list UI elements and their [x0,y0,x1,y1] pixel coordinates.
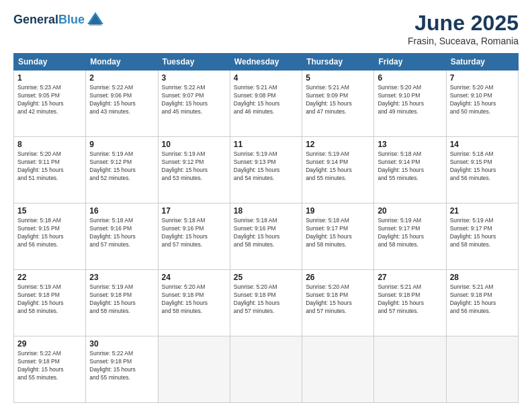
day-info: Sunrise: 5:18 AM Sunset: 9:16 PM Dayligh… [89,217,154,249]
day-info: Sunrise: 5:19 AM Sunset: 9:18 PM Dayligh… [17,283,82,316]
col-saturday: Saturday [446,54,518,71]
day-number: 11 [234,140,298,149]
header-row: Sunday Monday Tuesday Wednesday Thursday… [14,54,519,71]
day-number: 13 [378,140,442,149]
table-row: 27Sunrise: 5:21 AM Sunset: 9:18 PM Dayli… [374,270,446,336]
logo: GeneralBlue [13,11,105,30]
day-number: 8 [17,140,82,149]
day-info: Sunrise: 5:18 AM Sunset: 9:16 PM Dayligh… [162,217,226,249]
table-row: 15Sunrise: 5:18 AM Sunset: 9:15 PM Dayli… [14,203,86,270]
table-row [446,336,518,403]
day-number: 9 [89,140,154,149]
day-info: Sunrise: 5:19 AM Sunset: 9:14 PM Dayligh… [306,150,370,183]
day-info: Sunrise: 5:19 AM Sunset: 9:12 PM Dayligh… [162,150,226,183]
day-number: 3 [162,73,226,83]
table-row: 26Sunrise: 5:20 AM Sunset: 9:18 PM Dayli… [302,270,374,336]
day-info: Sunrise: 5:19 AM Sunset: 9:17 PM Dayligh… [450,217,515,249]
header: GeneralBlue June 2025 Frasin, Suceava, R… [13,11,519,46]
table-row: 16Sunrise: 5:18 AM Sunset: 9:16 PM Dayli… [86,203,158,270]
day-info: Sunrise: 5:19 AM Sunset: 9:17 PM Dayligh… [378,217,442,249]
day-number: 19 [306,206,370,216]
day-info: Sunrise: 5:21 AM Sunset: 9:09 PM Dayligh… [306,84,370,116]
col-wednesday: Wednesday [230,54,302,71]
day-number: 26 [306,273,370,282]
table-row: 9Sunrise: 5:19 AM Sunset: 9:12 PM Daylig… [86,137,158,203]
table-row: 29Sunrise: 5:22 AM Sunset: 9:18 PM Dayli… [14,336,86,403]
day-number: 4 [234,73,298,83]
col-sunday: Sunday [14,54,86,71]
day-info: Sunrise: 5:22 AM Sunset: 9:06 PM Dayligh… [89,84,154,116]
day-info: Sunrise: 5:19 AM Sunset: 9:12 PM Dayligh… [89,150,154,183]
calendar-title: June 2025 [408,11,519,36]
day-info: Sunrise: 5:19 AM Sunset: 9:18 PM Dayligh… [89,283,154,316]
day-number: 29 [17,339,82,349]
day-number: 12 [306,140,370,149]
day-number: 27 [378,273,442,282]
day-info: Sunrise: 5:22 AM Sunset: 9:18 PM Dayligh… [89,350,154,382]
table-row: 7Sunrise: 5:20 AM Sunset: 9:10 PM Daylig… [446,71,518,137]
day-info: Sunrise: 5:23 AM Sunset: 9:05 PM Dayligh… [17,84,82,116]
table-row: 18Sunrise: 5:18 AM Sunset: 9:16 PM Dayli… [230,203,302,270]
page: GeneralBlue June 2025 Frasin, Suceava, R… [0,0,532,411]
table-row: 4Sunrise: 5:21 AM Sunset: 9:08 PM Daylig… [230,71,302,137]
day-info: Sunrise: 5:20 AM Sunset: 9:18 PM Dayligh… [306,283,370,316]
day-number: 20 [378,206,442,216]
day-number: 28 [450,273,515,282]
title-block: June 2025 Frasin, Suceava, Romania [408,11,519,46]
col-tuesday: Tuesday [158,54,230,71]
table-row [374,336,446,403]
table-row: 10Sunrise: 5:19 AM Sunset: 9:12 PM Dayli… [158,137,230,203]
day-number: 24 [162,273,226,282]
day-number: 22 [17,273,82,282]
table-row: 14Sunrise: 5:18 AM Sunset: 9:15 PM Dayli… [446,137,518,203]
day-info: Sunrise: 5:21 AM Sunset: 9:18 PM Dayligh… [450,283,515,316]
day-info: Sunrise: 5:22 AM Sunset: 9:07 PM Dayligh… [162,84,226,116]
table-row: 1Sunrise: 5:23 AM Sunset: 9:05 PM Daylig… [14,71,86,137]
table-row: 17Sunrise: 5:18 AM Sunset: 9:16 PM Dayli… [158,203,230,270]
day-number: 14 [450,140,515,149]
table-row: 8Sunrise: 5:20 AM Sunset: 9:11 PM Daylig… [14,137,86,203]
logo-icon [86,11,105,30]
table-row: 30Sunrise: 5:22 AM Sunset: 9:18 PM Dayli… [86,336,158,403]
day-number: 6 [378,73,442,83]
day-number: 25 [234,273,298,282]
logo-text: GeneralBlue [13,13,85,27]
day-number: 10 [162,140,226,149]
table-row [158,336,230,403]
table-row: 11Sunrise: 5:19 AM Sunset: 9:13 PM Dayli… [230,137,302,203]
day-number: 2 [89,73,154,83]
table-row: 25Sunrise: 5:20 AM Sunset: 9:18 PM Dayli… [230,270,302,336]
col-thursday: Thursday [302,54,374,71]
day-number: 5 [306,73,370,83]
day-info: Sunrise: 5:20 AM Sunset: 9:10 PM Dayligh… [378,84,442,116]
day-info: Sunrise: 5:22 AM Sunset: 9:18 PM Dayligh… [17,350,82,382]
day-number: 18 [234,206,298,216]
day-info: Sunrise: 5:18 AM Sunset: 9:16 PM Dayligh… [234,217,298,249]
day-info: Sunrise: 5:19 AM Sunset: 9:13 PM Dayligh… [234,150,298,183]
table-row: 13Sunrise: 5:18 AM Sunset: 9:14 PM Dayli… [374,137,446,203]
table-row: 23Sunrise: 5:19 AM Sunset: 9:18 PM Dayli… [86,270,158,336]
table-row [230,336,302,403]
day-info: Sunrise: 5:18 AM Sunset: 9:17 PM Dayligh… [306,217,370,249]
day-number: 17 [162,206,226,216]
table-row: 12Sunrise: 5:19 AM Sunset: 9:14 PM Dayli… [302,137,374,203]
day-info: Sunrise: 5:18 AM Sunset: 9:15 PM Dayligh… [450,150,515,183]
day-number: 7 [450,73,515,83]
table-row: 22Sunrise: 5:19 AM Sunset: 9:18 PM Dayli… [14,270,86,336]
day-info: Sunrise: 5:21 AM Sunset: 9:18 PM Dayligh… [378,283,442,316]
table-row: 20Sunrise: 5:19 AM Sunset: 9:17 PM Dayli… [374,203,446,270]
calendar-table: Sunday Monday Tuesday Wednesday Thursday… [13,53,519,403]
table-row: 2Sunrise: 5:22 AM Sunset: 9:06 PM Daylig… [86,71,158,137]
day-number: 16 [89,206,154,216]
day-info: Sunrise: 5:18 AM Sunset: 9:14 PM Dayligh… [378,150,442,183]
day-info: Sunrise: 5:18 AM Sunset: 9:15 PM Dayligh… [17,217,82,249]
day-info: Sunrise: 5:20 AM Sunset: 9:18 PM Dayligh… [234,283,298,316]
day-number: 23 [89,273,154,282]
day-info: Sunrise: 5:21 AM Sunset: 9:08 PM Dayligh… [234,84,298,116]
table-row: 28Sunrise: 5:21 AM Sunset: 9:18 PM Dayli… [446,270,518,336]
day-number: 21 [450,206,515,216]
day-number: 1 [17,73,82,83]
table-row: 24Sunrise: 5:20 AM Sunset: 9:18 PM Dayli… [158,270,230,336]
table-row: 6Sunrise: 5:20 AM Sunset: 9:10 PM Daylig… [374,71,446,137]
table-row: 3Sunrise: 5:22 AM Sunset: 9:07 PM Daylig… [158,71,230,137]
